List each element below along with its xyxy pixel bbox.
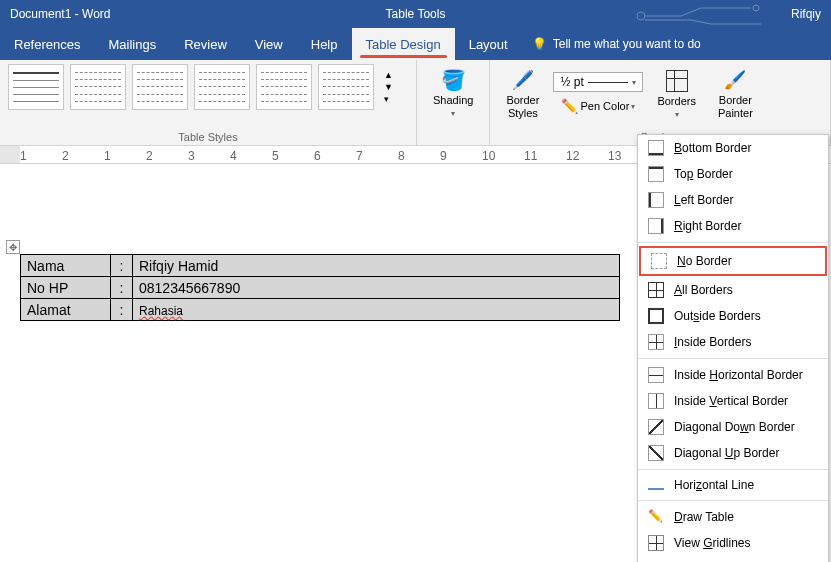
menu-separator	[638, 469, 828, 470]
bulb-icon: 💡	[532, 37, 547, 51]
ruler-number: 2	[62, 149, 69, 163]
chevron-down-icon: ▾	[451, 109, 455, 118]
border-painter-button[interactable]: 🖌️ Border Painter	[710, 64, 761, 124]
table-row: Alamat : Rahasia	[21, 299, 620, 321]
shading-button[interactable]: 🪣 Shading ▾	[425, 64, 481, 122]
menu-inside-horizontal[interactable]: Inside Horizontal Border	[638, 362, 828, 388]
content-table[interactable]: Nama : Rifqiy Hamid No HP : 081234566789…	[20, 254, 620, 321]
shading-label: Shading	[433, 94, 473, 107]
menu-inside-vertical[interactable]: Inside Vertical Border	[638, 388, 828, 414]
menu-no-border[interactable]: No Border	[639, 246, 827, 276]
grid-icon	[648, 535, 664, 551]
tell-me[interactable]: 💡 Tell me what you want to do	[532, 37, 701, 51]
group-borders: 🖊️ Border Styles ½ pt ▾ ✏️ Pen Color ▾ B…	[490, 60, 831, 145]
borders-btn-label: Borders	[657, 95, 696, 108]
line-weight-selector[interactable]: ½ pt ▾	[553, 72, 643, 92]
border-left-icon	[648, 192, 664, 208]
border-inside-icon	[648, 334, 664, 350]
table-move-handle[interactable]: ✥	[6, 240, 20, 254]
line-weight-value: ½ pt	[560, 75, 583, 89]
border-top-icon	[648, 166, 664, 182]
cell-colon[interactable]: :	[111, 255, 133, 277]
menu-top-border[interactable]: Top Border	[638, 161, 828, 187]
cell-label[interactable]: Nama	[21, 255, 111, 277]
menu-draw-table[interactable]: ✏️Draw Table	[638, 504, 828, 530]
style-thumb-4[interactable]	[194, 64, 250, 110]
tab-references[interactable]: References	[0, 28, 94, 60]
ruler-number: 4	[230, 149, 237, 163]
pen-color-button[interactable]: ✏️ Pen Color ▾	[553, 96, 643, 116]
hline-icon	[648, 488, 664, 490]
ruler-number: 13	[608, 149, 621, 163]
ruler-number: 3	[188, 149, 195, 163]
menu-separator	[638, 358, 828, 359]
tell-me-label: Tell me what you want to do	[553, 37, 701, 51]
menu-bar: References Mailings Review View Help Tab…	[0, 28, 831, 60]
menu-horizontal-line[interactable]: Horizontal Line	[638, 473, 828, 497]
group-shading: 🪣 Shading ▾	[417, 60, 490, 145]
pencil-icon: ✏️	[648, 509, 664, 525]
border-painter-label: Border Painter	[718, 94, 753, 120]
gallery-more-icon[interactable]: ▲▼▾	[380, 66, 397, 108]
table-tools-title: Table Tools	[386, 7, 446, 21]
border-styles-button[interactable]: 🖊️ Border Styles	[498, 64, 547, 124]
ruler-number: 1	[104, 149, 111, 163]
cell-label[interactable]: Alamat	[21, 299, 111, 321]
menu-separator	[638, 500, 828, 501]
menu-bottom-border[interactable]: BBottom Borderottom Border	[638, 135, 828, 161]
ruler-number: 10	[482, 149, 495, 163]
ruler-number: 8	[398, 149, 405, 163]
ruler-number: 12	[566, 149, 579, 163]
menu-left-border[interactable]: Left Border	[638, 187, 828, 213]
pen-icon: 🖊️	[511, 68, 535, 92]
style-thumb-5[interactable]	[256, 64, 312, 110]
style-thumb-3[interactable]	[132, 64, 188, 110]
table-styles-label: Table Styles	[8, 131, 408, 145]
border-none-icon	[651, 253, 667, 269]
borders-dropdown-menu: BBottom Borderottom Border Top Border Le…	[637, 134, 829, 562]
tab-table-design[interactable]: Table Design	[352, 28, 455, 60]
chevron-down-icon: ▾	[675, 110, 679, 119]
chevron-down-icon: ▾	[631, 102, 635, 111]
borders-button[interactable]: Borders ▾	[649, 65, 704, 123]
tab-view[interactable]: View	[241, 28, 297, 60]
style-thumb-6[interactable]	[318, 64, 374, 110]
style-thumb-2[interactable]	[70, 64, 126, 110]
menu-view-gridlines[interactable]: View Gridlines	[638, 530, 828, 556]
brush-icon: 🖌️	[723, 68, 747, 92]
cell-label[interactable]: No HP	[21, 277, 111, 299]
menu-diagonal-up[interactable]: Diagonal Up Border	[638, 440, 828, 466]
decorative-lines	[631, 4, 771, 31]
paint-bucket-icon: 🪣	[441, 68, 465, 92]
menu-inside-borders[interactable]: Inside Borders	[638, 329, 828, 355]
style-thumb-1[interactable]	[8, 64, 64, 110]
borders-icon	[665, 69, 689, 93]
ruler-number: 7	[356, 149, 363, 163]
table-row: Nama : Rifqiy Hamid	[21, 255, 620, 277]
tab-layout[interactable]: Layout	[455, 28, 522, 60]
menu-borders-shading[interactable]: ▦Borders and Shading…	[638, 556, 828, 562]
cell-value[interactable]: Rifqiy Hamid	[133, 255, 620, 277]
cell-colon[interactable]: :	[111, 299, 133, 321]
ruler-number: 5	[272, 149, 279, 163]
tab-review[interactable]: Review	[170, 28, 241, 60]
cell-colon[interactable]: :	[111, 277, 133, 299]
table-styles-gallery[interactable]: ▲▼▾	[8, 64, 408, 110]
tab-mailings[interactable]: Mailings	[94, 28, 170, 60]
cell-value[interactable]: 0812345667890	[133, 277, 620, 299]
border-right-icon	[648, 218, 664, 234]
border-dd-icon	[648, 419, 664, 435]
tab-help[interactable]: Help	[297, 28, 352, 60]
svg-point-0	[637, 12, 645, 20]
border-bottom-icon	[648, 140, 664, 156]
menu-right-border[interactable]: Right Border	[638, 213, 828, 239]
ruler-number: 2	[146, 149, 153, 163]
border-iv-icon	[648, 393, 664, 409]
menu-diagonal-down[interactable]: Diagonal Down Border	[638, 414, 828, 440]
menu-all-borders[interactable]: All Borders	[638, 277, 828, 303]
group-table-styles: ▲▼▾ Table Styles	[0, 60, 417, 145]
cell-value[interactable]: Rahasia	[133, 299, 620, 321]
border-all-icon	[648, 282, 664, 298]
menu-outside-borders[interactable]: Outside Borders	[638, 303, 828, 329]
chevron-down-icon: ▾	[632, 78, 636, 87]
